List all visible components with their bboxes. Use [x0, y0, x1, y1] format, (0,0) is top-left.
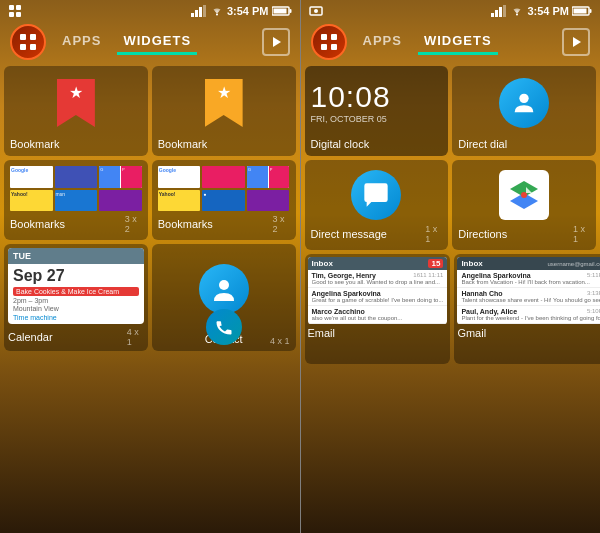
- widget-gmail[interactable]: Inbox username@gmail.com 5:11PM Angelina…: [454, 254, 600, 364]
- email-inner: Inbox 15 1611 11:11 Tim, George, Henry G…: [308, 257, 448, 324]
- direct-dial-icon-area: [458, 72, 590, 134]
- email-preview-2: also we're all out but the coupon...: [312, 315, 444, 321]
- direct-message-icon: [351, 170, 401, 220]
- email-sender-2: Marco Zacchino: [312, 308, 444, 315]
- contact-icon: [199, 264, 249, 314]
- directions-footer: Directions 1 x 1: [458, 224, 590, 244]
- svg-rect-20: [491, 13, 494, 17]
- widget-contact[interactable]: Contact 4 x 1: [152, 244, 296, 351]
- row1-left: ★ Bookmark ★ Bookmark: [4, 66, 296, 156]
- svg-rect-22: [499, 7, 502, 17]
- bookmarks2-label: Bookmarks: [158, 218, 273, 234]
- widget-bookmark-gold[interactable]: ★ Bookmark: [152, 66, 296, 156]
- gmail-preview-0: Back from Vacation - Hi! I'll back from …: [461, 279, 600, 285]
- clock-content: 10:08 FRI, OCTOBER 05: [311, 72, 391, 134]
- svg-rect-4: [191, 13, 194, 17]
- battery-icon-right: [572, 5, 592, 17]
- bookmark-red-label: Bookmark: [10, 138, 142, 150]
- calendar-inner: TUE Sep 27 Bake Cookies & Make Ice Cream…: [8, 248, 144, 324]
- tab-apps-right[interactable]: APPS: [357, 29, 408, 55]
- content-right: 10:08 FRI, OCTOBER 05 Digital clock Dire…: [301, 62, 601, 533]
- tab-widgets-right[interactable]: WIDGETS: [418, 29, 498, 55]
- widget-bookmarks-grid2[interactable]: Google G P Yahoo! ● Bookmarks 3 x 2: [152, 160, 296, 240]
- left-panel: 3:54 PM APPS WIDGETS: [0, 0, 300, 533]
- bookmarks1-label: Bookmarks: [10, 218, 125, 234]
- widget-direct-dial[interactable]: Direct dial: [452, 66, 596, 156]
- svg-rect-13: [30, 34, 36, 40]
- store-button-left[interactable]: [262, 28, 290, 56]
- svg-rect-10: [289, 9, 291, 13]
- email-time-0: 1611 11:11: [413, 272, 443, 278]
- thumb-p2: P: [269, 166, 290, 188]
- svg-rect-26: [590, 9, 592, 13]
- thumb-msn1: msn: [55, 190, 98, 212]
- thumb-yahoo1: Yahoo!: [10, 190, 53, 212]
- gmail-time-0: 5:11PM: [587, 272, 600, 278]
- email-row-1: Angelina Sparkovina Great for a game of …: [308, 288, 448, 306]
- tab-widgets-left[interactable]: WIDGETS: [117, 29, 197, 55]
- gmail-sender-0: Angelina Sparkovina: [461, 272, 600, 279]
- svg-rect-0: [9, 5, 14, 10]
- email-inbox-label: Inbox: [312, 259, 333, 268]
- widget-bookmark-red[interactable]: ★ Bookmark: [4, 66, 148, 156]
- svg-rect-11: [273, 9, 286, 14]
- cal-time-machine: Time machine: [13, 314, 139, 321]
- digital-clock-label: Digital clock: [311, 138, 443, 150]
- directions-map-icon: [506, 177, 542, 213]
- widget-directions[interactable]: Directions 1 x 1: [452, 160, 596, 250]
- thumb-combo2: G P: [247, 166, 290, 188]
- gmail-row-1: 3:13PM Hannah Cho Talent showcase share …: [457, 288, 600, 306]
- gmail-sender-1: Hannah Cho: [461, 290, 600, 297]
- battery-icon-left: [272, 5, 292, 17]
- thumb-google1: Google: [10, 166, 53, 188]
- email-preview-1: Great for a game of scrabble! I've been …: [312, 297, 444, 303]
- widget-bookmarks-grid1[interactable]: Google G P Yahoo! msn Bookmarks 3 x 2: [4, 160, 148, 240]
- gmail-inbox-label: Inbox: [461, 259, 482, 268]
- thumb-yahoo2: Yahoo!: [158, 190, 201, 212]
- row2-left: Google G P Yahoo! msn Bookmarks 3 x 2: [4, 160, 296, 240]
- widget-calendar[interactable]: TUE Sep 27 Bake Cookies & Make Ice Cream…: [4, 244, 148, 351]
- apps-circle-left[interactable]: [10, 24, 46, 60]
- tab-apps-left[interactable]: APPS: [56, 29, 107, 55]
- message-bubble-icon: [362, 181, 390, 209]
- bookmarks-thumbs1: Google G P Yahoo! msn: [10, 166, 142, 211]
- gmail-label: Gmail: [457, 327, 600, 339]
- thumb-purple2: [247, 190, 290, 212]
- gmail-row-0: 5:11PM Angelina Sparkovina Back from Vac…: [457, 270, 600, 288]
- bookmark-red-icon: ★: [57, 79, 95, 127]
- widget-email[interactable]: Inbox 15 1611 11:11 Tim, George, Henry G…: [305, 254, 451, 364]
- thumb-pink2: [202, 166, 245, 188]
- cal-time: 2pm – 3pm: [13, 297, 139, 304]
- svg-rect-23: [503, 5, 506, 17]
- email-label: Email: [308, 327, 448, 339]
- apps-circle-right[interactable]: [311, 24, 347, 60]
- svg-rect-29: [331, 34, 337, 40]
- directions-size: 1 x 1: [573, 224, 590, 244]
- bookmarks2-footer: Bookmarks 3 x 2: [158, 214, 290, 234]
- time-right: 3:54 PM: [527, 5, 569, 17]
- cal-event: Bake Cookies & Make Ice Cream: [13, 287, 139, 296]
- direct-message-label: Direct message: [311, 228, 426, 244]
- star-icon-red: ★: [69, 85, 83, 101]
- clock-date-display: FRI, OCTOBER 05: [311, 114, 391, 124]
- store-button-right[interactable]: [562, 28, 590, 56]
- directions-icon-area: [458, 166, 590, 224]
- person-icon: [210, 275, 238, 303]
- signal-icon-right: [491, 5, 507, 17]
- directions-icon: [499, 170, 549, 220]
- row3-right: Inbox 15 1611 11:11 Tim, George, Henry G…: [305, 254, 597, 364]
- tab-bar-left: APPS WIDGETS: [0, 22, 300, 62]
- email-count: 15: [428, 259, 443, 268]
- gmail-sender-2: Paul, Andy, Alice: [461, 308, 600, 315]
- row2-right: Direct message 1 x 1: [305, 160, 597, 250]
- widget-digital-clock[interactable]: 10:08 FRI, OCTOBER 05 Digital clock: [305, 66, 449, 156]
- svg-point-8: [216, 13, 218, 15]
- gmail-preview-2: Plant for the weekend - I've been thinki…: [461, 315, 600, 321]
- gmail-time-1: 3:13PM: [587, 290, 600, 296]
- svg-rect-3: [16, 12, 21, 17]
- calendar-size: 4 x 1: [127, 327, 144, 347]
- bookmarks2-size: 3 x 2: [273, 214, 290, 234]
- widget-direct-message[interactable]: Direct message 1 x 1: [305, 160, 449, 250]
- thumb-combo1: G P: [99, 166, 142, 188]
- gmail-time-2: 5:10PM: [587, 308, 600, 314]
